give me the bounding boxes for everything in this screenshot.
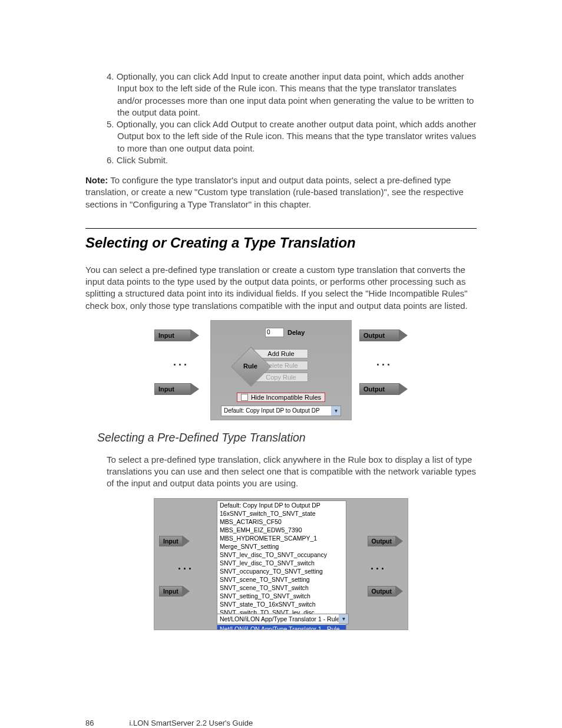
ellipsis-icon: ... <box>371 560 386 572</box>
listbox-option[interactable]: SNVT_scene_TO_SNVT_setting <box>217 575 346 584</box>
listbox-option[interactable]: SNVT_setting_TO_SNVT_switch <box>217 592 346 600</box>
translation-listbox-footer[interactable]: Net/LON/iLON App/Type Translator 1 - Rul… <box>217 614 349 624</box>
page-number: 86 <box>85 719 94 727</box>
input-pointer-2[interactable]: Input <box>159 586 190 597</box>
type-translation-list-diagram: Default: Copy Input DP to Output DP16xSN… <box>154 498 408 630</box>
listbox-option[interactable]: Net/LON/iLON App/Type Translator 1 - Rul… <box>217 625 346 630</box>
listbox-option[interactable]: SNVT_state_TO_16xSNVT_switch <box>217 600 346 608</box>
step-5: 5. Optionally, you can click Add Output … <box>107 118 477 154</box>
section-title: Selecting or Creating a Type Translation <box>85 235 477 251</box>
delay-label: Delay <box>287 329 305 336</box>
chevron-down-icon: ▾ <box>339 614 348 624</box>
listbox-option[interactable]: SNVT_scene_TO_SNVT_switch <box>217 584 346 592</box>
hide-incompatible-label: Hide Incompatible Rules <box>251 394 321 401</box>
step-6: 6. Click Submit. <box>107 154 477 166</box>
listbox-option[interactable]: 16xSNVT_switch_TO_SNVT_state <box>217 509 346 518</box>
step-4: 4. Optionally, you can click Add Input t… <box>107 71 477 118</box>
input-pointer-1[interactable]: Input <box>154 330 199 341</box>
ellipsis-icon: ... <box>173 356 189 368</box>
rule-diamond-label: Rule <box>237 353 264 380</box>
section-divider <box>85 228 477 229</box>
listbox-option[interactable]: SNVT_occupancy_TO_SNVT_setting <box>217 567 346 575</box>
checkbox-icon <box>241 394 248 401</box>
translation-listbox[interactable]: Default: Copy Input DP to Output DP16xSN… <box>217 500 346 630</box>
listbox-option[interactable]: MBS_ACTARIS_CF50 <box>217 518 346 526</box>
chevron-down-icon: ▾ <box>331 406 340 416</box>
note-config: Note: To configure the type translator's… <box>85 174 477 210</box>
listbox-option[interactable]: MBS_EMH_EIZ_EDW5_7390 <box>217 526 346 534</box>
guide-name: i.LON SmartServer 2.2 User's Guide <box>129 719 253 727</box>
output-pointer-1[interactable]: Output <box>368 536 403 546</box>
type-translation-diagram: Delay Add Rule Delete Rule Copy Rule Rul… <box>154 320 408 420</box>
para-select-predefined: To select a pre-defined type translation… <box>107 454 477 490</box>
hide-incompatible-checkbox[interactable]: Hide Incompatible Rules <box>237 393 325 402</box>
delay-input[interactable] <box>265 328 284 337</box>
delay-row: Delay <box>265 328 305 337</box>
translation-select[interactable]: Default: Copy Input DP to Output DP ▾ <box>221 406 341 416</box>
output-pointer-2[interactable]: Output <box>368 586 403 597</box>
output-pointer-2[interactable]: Output <box>359 383 408 395</box>
listbox-option[interactable]: Default: Copy Input DP to Output DP <box>217 501 346 509</box>
input-pointer-2[interactable]: Input <box>154 383 199 395</box>
listbox-option[interactable]: SNVT_lev_disc_TO_SNVT_occupancy <box>217 551 346 559</box>
ellipsis-icon: ... <box>376 356 392 368</box>
page-footer: 86 i.LON SmartServer 2.2 User's Guide <box>85 719 477 727</box>
output-pointer-1[interactable]: Output <box>359 330 408 341</box>
rule-diamond[interactable]: Rule <box>237 353 264 380</box>
translation-select-value: Default: Copy Input DP to Output DP <box>224 407 320 414</box>
rule-panel: Delay Add Rule Delete Rule Copy Rule Rul… <box>210 320 352 420</box>
listbox-option[interactable]: Merge_SNVT_setting <box>217 542 346 551</box>
para-about-selecting: You can select a pre-defined type transl… <box>85 264 477 312</box>
ellipsis-icon: ... <box>178 560 194 572</box>
listbox-option[interactable]: MBS_HYDROMETER_SCAMPY_1 <box>217 534 346 542</box>
input-pointer-1[interactable]: Input <box>159 536 190 546</box>
subsection-title: Selecting a Pre-Defined Type Translation <box>97 431 477 444</box>
listbox-option[interactable]: SNVT_lev_disc_TO_SNVT_switch <box>217 559 346 567</box>
